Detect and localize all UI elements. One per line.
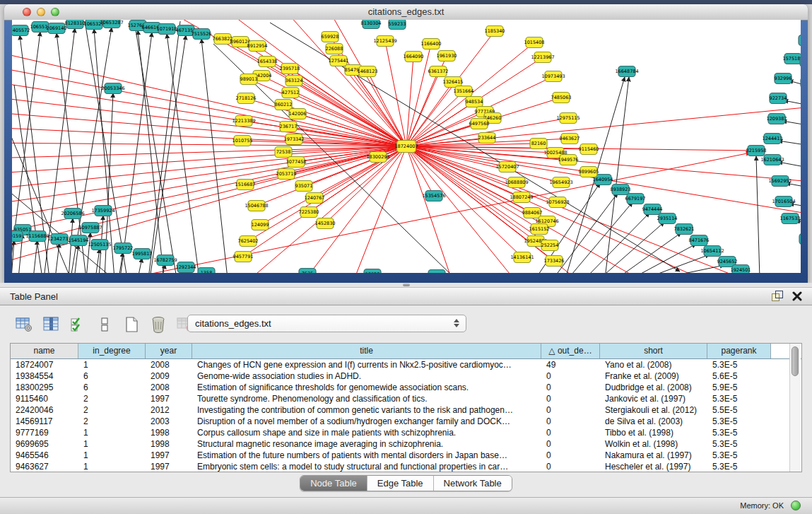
graph-node[interactable]: 1358 xyxy=(198,268,215,274)
graph-node[interactable]: 2718126 xyxy=(236,93,257,104)
graph-node[interactable]: 7625402 xyxy=(238,236,259,247)
graph-node[interactable]: 72538 xyxy=(275,147,292,158)
column-header-pagerank[interactable]: pagerank xyxy=(707,344,771,358)
graph-node[interactable]: 1615152 xyxy=(529,224,550,235)
graph-node[interactable]: 1516687 xyxy=(235,180,256,190)
graph-node[interactable]: 1209387 xyxy=(767,114,787,124)
graph-node[interactable]: 922734 xyxy=(770,93,787,104)
graph-node[interactable]: 2797 xyxy=(428,270,445,274)
graph-node[interactable]: 8130304 xyxy=(361,20,382,29)
scrollbar-thumb[interactable] xyxy=(792,346,799,376)
table-row[interactable]: 1872400712008Changes of HCN gene express… xyxy=(11,359,801,370)
table-settings-button[interactable] xyxy=(14,315,34,334)
graph-node[interactable]: 7515526 xyxy=(192,29,212,40)
table-row[interactable]: 911546021997Tourette syndrome. Phenomeno… xyxy=(11,393,801,404)
column-header-in_degree[interactable]: in_degree xyxy=(78,344,146,358)
graph-node[interactable]: 1795722 xyxy=(113,243,134,254)
table-row[interactable]: 1456911722003Disruption of a novel membe… xyxy=(11,416,801,427)
graph-node[interactable]: 1733426 xyxy=(544,256,565,267)
table-row[interactable]: 977716911998Corpus callosum shape and si… xyxy=(11,427,801,438)
graph-node[interactable]: 2405572 xyxy=(12,25,30,36)
graph-node[interactable]: 935071 xyxy=(295,181,313,192)
graph-node[interactable]: 948534 xyxy=(466,97,483,107)
tab-edge-table[interactable]: Edge Table xyxy=(367,476,434,491)
splitter-handle-icon[interactable] xyxy=(403,284,410,286)
graph-node[interactable]: 16782759 xyxy=(153,255,177,266)
graph-node[interactable]: 9457791 xyxy=(233,252,254,262)
graph-node[interactable]: 7225380 xyxy=(299,207,319,218)
graph-node[interactable]: 2053719 xyxy=(276,169,297,180)
table-row[interactable]: 946362711997Embryonic stem cells: a mode… xyxy=(11,461,801,472)
graph-node[interactable]: 15720407 xyxy=(495,162,519,173)
table-selector-dropdown[interactable]: citations_edges.txt xyxy=(187,315,466,332)
column-header-short[interactable]: short xyxy=(600,344,707,358)
graph-node[interactable]: 11156889 xyxy=(25,231,49,242)
graph-node[interactable]: 9899605 xyxy=(579,167,599,177)
graph-node[interactable]: 2395718 xyxy=(280,64,300,74)
graph-node[interactable]: 15692951 xyxy=(768,176,792,187)
tab-node-table[interactable]: Node Table xyxy=(300,476,367,491)
graph-node[interactable]: 1779 xyxy=(799,234,801,245)
graph-node[interactable]: 1244413 xyxy=(763,134,783,144)
graph-node[interactable]: 7832621 xyxy=(674,224,695,235)
table-vertical-scrollbar[interactable] xyxy=(789,344,801,472)
table-row[interactable]: 1830029562008Estimation of significance … xyxy=(11,382,801,393)
graph-node[interactable]: 1275441 xyxy=(329,56,349,66)
network-canvas-svg[interactable]: 1872400724055721065512206914081283101065… xyxy=(12,20,801,273)
column-header-out_degree[interactable]: △ out_de… xyxy=(541,344,600,358)
float-panel-icon[interactable] xyxy=(772,291,782,301)
graph-node[interactable]: 932996 xyxy=(775,74,792,84)
graph-node[interactable]: 1973342 xyxy=(284,134,305,145)
graph-node[interactable]: 1961930 xyxy=(437,51,457,62)
graph-node[interactable]: 16210643 xyxy=(760,155,784,165)
graph-node[interactable]: 2935114 xyxy=(657,214,678,224)
graph-node[interactable]: 12125439 xyxy=(373,36,396,47)
tab-network-table[interactable]: Network Table xyxy=(434,476,512,491)
graph-node[interactable]: 252254 xyxy=(541,240,559,251)
graph-node[interactable]: 659928 xyxy=(322,32,339,42)
graph-node[interactable]: 9115460 xyxy=(579,144,599,155)
graph-node[interactable]: 18807249 xyxy=(510,192,533,203)
graph-node[interactable]: 860212 xyxy=(275,100,293,110)
graph-node[interactable]: 233644 xyxy=(478,133,496,144)
column-header-year[interactable]: year xyxy=(146,344,192,358)
graph-node[interactable]: 10653287 xyxy=(100,20,123,28)
network-window-titlebar[interactable]: citations_edges.txt xyxy=(4,4,808,21)
graph-node[interactable]: 6361372 xyxy=(428,66,449,77)
column-header-title[interactable]: title xyxy=(192,344,541,358)
graph-node[interactable]: 1166400 xyxy=(421,39,442,49)
graph-node[interactable]: 1575187 xyxy=(783,54,801,64)
graph-node[interactable]: 8128310 xyxy=(65,20,86,29)
graph-node[interactable]: 989013 xyxy=(240,74,258,85)
graph-node[interactable]: 20053346 xyxy=(101,83,124,94)
graph-node[interactable]: 18300295 xyxy=(366,152,389,163)
network-canvas[interactable]: 1872400724055721065512206914081283101065… xyxy=(12,20,801,273)
graph-node[interactable]: 1351664 xyxy=(454,86,474,97)
graph-node[interactable]: 14136141 xyxy=(510,252,534,263)
show-columns-button[interactable] xyxy=(41,315,61,334)
graph-node[interactable]: 1015408 xyxy=(524,37,545,48)
graph-node[interactable]: 19654923 xyxy=(549,177,572,188)
graph-node[interactable]: 124099 xyxy=(252,220,269,230)
table-row[interactable]: 1938455462009Genome-wide association stu… xyxy=(11,370,801,382)
graph-node[interactable]: 12505135 xyxy=(88,240,111,250)
graph-node[interactable]: 427512 xyxy=(282,88,300,98)
graph-node[interactable]: 15046788 xyxy=(245,201,268,211)
graph-node[interactable]: 9474444 xyxy=(642,204,663,215)
graph-node[interactable]: 6497568 xyxy=(469,119,490,129)
graph-node[interactable]: 8938923 xyxy=(611,185,631,195)
graph-node[interactable]: 16648784 xyxy=(615,66,638,77)
graph-node[interactable]: 10973493 xyxy=(541,71,565,82)
graph-node[interactable]: 82160 xyxy=(530,139,547,149)
graph-node[interactable]: 12975115 xyxy=(556,113,579,124)
graph-node[interactable]: 1071918 xyxy=(157,24,177,35)
select-visible-columns-button[interactable] xyxy=(68,315,88,334)
graph-node[interactable]: 1452830 xyxy=(315,218,336,229)
graph-node[interactable]: 1010755 xyxy=(233,136,253,146)
graph-node[interactable]: 39159 xyxy=(12,231,23,242)
graph-node[interactable]: 10654112 xyxy=(700,246,724,257)
graph-node[interactable]: 17016504 xyxy=(772,197,795,207)
graph-node[interactable]: 1240767 xyxy=(305,193,325,204)
graph-node[interactable]: 8215958 xyxy=(746,146,767,156)
close-panel-icon[interactable] xyxy=(792,291,802,301)
